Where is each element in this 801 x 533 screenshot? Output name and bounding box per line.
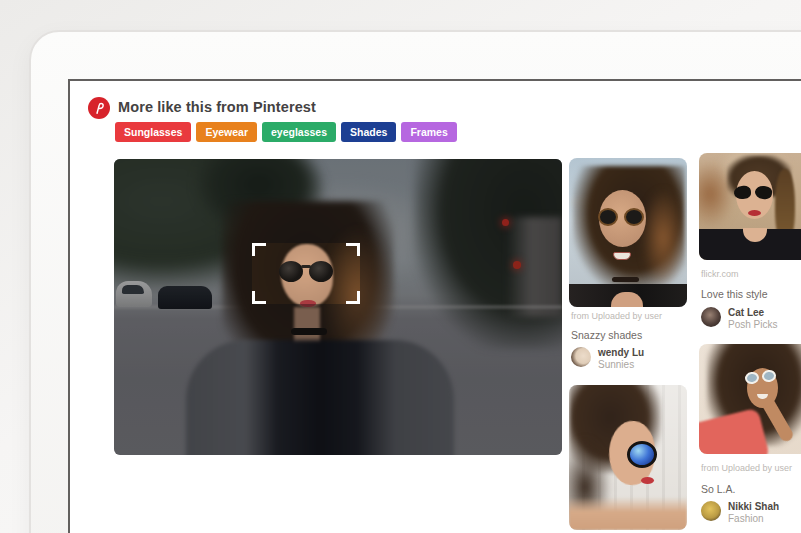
pin-source: from Uploaded by user: [571, 311, 662, 321]
pin-user-row[interactable]: Nikki Shah Fashion: [701, 501, 779, 525]
sunglass-lens: [627, 441, 657, 468]
tag-eyewear[interactable]: Eyewear: [196, 122, 257, 142]
query-image: [114, 159, 562, 455]
page-title: More like this from Pinterest: [118, 99, 316, 115]
traffic-light: [513, 261, 521, 269]
tag-frames[interactable]: Frames: [401, 122, 456, 142]
tag-eyeglasses[interactable]: eyeglasses: [262, 122, 336, 142]
selection-corner-bottom-left[interactable]: [252, 291, 266, 304]
photo-choker: [291, 328, 327, 335]
pinterest-logo-icon: [88, 97, 110, 119]
photo-smile: [613, 252, 631, 260]
photo-lips: [641, 477, 654, 484]
user-name[interactable]: wendy Lu: [598, 347, 644, 359]
pin-image-so-la[interactable]: [699, 344, 801, 454]
avatar[interactable]: [701, 501, 721, 521]
pin-caption: Snazzy shades: [571, 329, 642, 341]
photo-woman-body: [186, 340, 454, 455]
tag-row: Sunglasses Eyewear eyeglasses Shades Fra…: [115, 122, 457, 142]
pin-image-snazzy-shades[interactable]: [569, 158, 687, 307]
sunglass-lens: [624, 208, 644, 226]
tag-sunglasses[interactable]: Sunglasses: [115, 122, 191, 142]
visual-search-selection-box[interactable]: [252, 243, 360, 304]
board-name[interactable]: Fashion: [728, 513, 779, 525]
pin-caption: So L.A.: [701, 483, 735, 495]
photo-lips: [748, 210, 761, 216]
user-name[interactable]: Nikki Shah: [728, 501, 779, 513]
photo-hair-highlight: [641, 188, 685, 288]
selection-corner-top-left[interactable]: [252, 243, 266, 256]
photo-dark-car: [158, 286, 212, 309]
sunglass-lens: [598, 208, 618, 226]
photo-shoulders: [569, 497, 687, 530]
pin-source[interactable]: flickr.com: [701, 269, 739, 279]
board-name[interactable]: Sunnies: [598, 359, 644, 371]
tag-shades[interactable]: Shades: [341, 122, 396, 142]
pin-user-row[interactable]: Cat Lee Posh Picks: [701, 307, 777, 331]
avatar[interactable]: [701, 307, 721, 327]
selection-corner-top-right[interactable]: [346, 243, 360, 256]
pin-image-love-this-style[interactable]: [699, 153, 801, 260]
page-background: More like this from Pinterest Sunglasses…: [0, 0, 801, 533]
selection-corner-bottom-right[interactable]: [346, 291, 360, 304]
pin-source: from Uploaded by user: [701, 463, 792, 473]
photo-choker: [612, 277, 639, 282]
user-name[interactable]: Cat Lee: [728, 307, 777, 319]
pin-image-blue-sunglasses[interactable]: [569, 385, 687, 530]
pin-caption: Love this style: [701, 288, 768, 300]
photo-white-car: [116, 281, 152, 307]
traffic-light: [502, 219, 509, 226]
avatar[interactable]: [571, 347, 591, 367]
board-name[interactable]: Posh Picks: [728, 319, 777, 331]
pin-user-row[interactable]: wendy Lu Sunnies: [571, 347, 644, 371]
pinterest-panel: More like this from Pinterest Sunglasses…: [68, 79, 801, 533]
